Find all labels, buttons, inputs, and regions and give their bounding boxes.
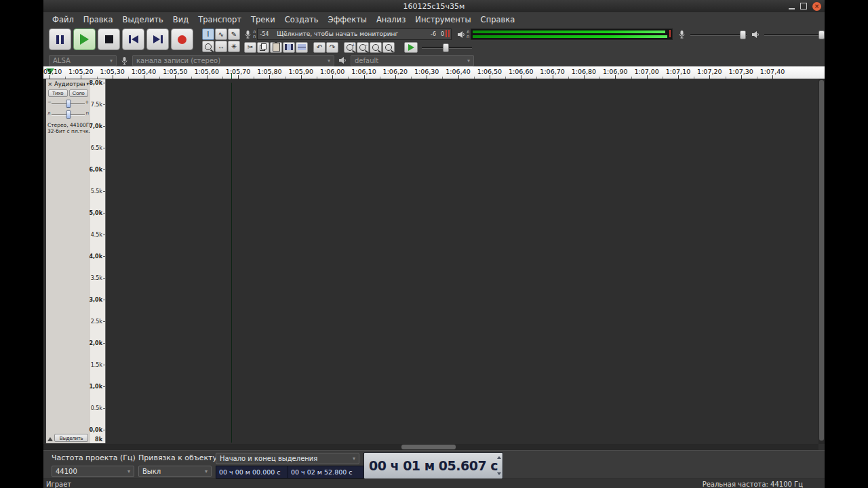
- pan-slider[interactable]: л п: [52, 110, 85, 119]
- mute-button[interactable]: Тихо: [48, 89, 68, 97]
- record-meter-scale-label: 0: [441, 31, 444, 37]
- gain-slider[interactable]: − +: [52, 99, 85, 108]
- cut-button[interactable]: ✂: [244, 42, 256, 53]
- record-clip-indicator: [446, 30, 447, 37]
- menu-item-4[interactable]: Вид: [168, 13, 193, 26]
- record-volume-icon: [678, 30, 686, 39]
- play-at-speed-button[interactable]: [404, 42, 418, 53]
- menu-item-9[interactable]: Анализ: [372, 13, 410, 26]
- zoom-tool-button[interactable]: [202, 41, 214, 52]
- slider-thumb[interactable]: [740, 30, 746, 39]
- copy-button[interactable]: [257, 42, 269, 53]
- play-at-speed-toolbar: [404, 41, 473, 53]
- snap-to-label: Привязка к объекту: [138, 453, 217, 462]
- record-button[interactable]: [171, 28, 193, 50]
- redo-button[interactable]: ↷: [326, 42, 338, 53]
- undo-button[interactable]: ↶: [313, 42, 326, 53]
- timeline-label: 1:05,10: [43, 68, 62, 75]
- silence-button[interactable]: [296, 42, 308, 53]
- menu-item-7[interactable]: Создать: [280, 13, 323, 26]
- collapse-track-button[interactable]: [47, 434, 53, 441]
- menu-item-6[interactable]: Треки: [246, 13, 280, 26]
- menu-item-2[interactable]: Правка: [79, 13, 118, 26]
- draw-tool-button[interactable]: ✎: [228, 28, 240, 40]
- horizontal-scrollbar-handle[interactable]: [401, 445, 456, 449]
- selection-start-field[interactable]: 00 ч 00 м 00.000 с: [216, 466, 296, 479]
- playback-device-select[interactable]: default▾: [351, 55, 474, 66]
- skip-to-end-button[interactable]: [146, 28, 169, 50]
- record-volume-slider[interactable]: [689, 28, 748, 40]
- zoom-fit-button[interactable]: [382, 42, 395, 53]
- timeline-label: 1:06,10: [351, 68, 376, 75]
- zoom-selection-button[interactable]: [370, 42, 382, 53]
- timeshift-tool-button[interactable]: ↔: [215, 41, 227, 52]
- frequency-ruler[interactable]: 8k 8,0k7.5k7,0k6.5k6,0k5.5k5,0k4.5k4,0k3…: [90, 79, 106, 443]
- selection-mode-select[interactable]: Начало и конец выделения▾: [216, 453, 359, 464]
- play-meter-channels: лп: [467, 30, 469, 39]
- timeline-label: 1:06,50: [477, 68, 502, 75]
- project-rate-value: 44100: [56, 468, 77, 475]
- zoom-toolbar: + −: [344, 42, 395, 53]
- maximize-button[interactable]: [800, 3, 807, 9]
- vertical-scrollbar-handle[interactable]: [819, 80, 824, 441]
- spectrogram-channel-1[interactable]: [105, 83, 309, 184]
- track-menu-caret-icon[interactable]: ▾: [86, 81, 89, 87]
- frequency-tick: [103, 386, 105, 387]
- track-close-button[interactable]: ×: [47, 81, 53, 87]
- spinner[interactable]: [496, 454, 502, 477]
- frequency-tick: [103, 235, 105, 235]
- play-button[interactable]: [73, 28, 96, 50]
- project-rate-select[interactable]: 44100▾: [52, 466, 134, 477]
- slider-thumb[interactable]: [443, 43, 449, 52]
- track-select-button[interactable]: Выделить: [54, 434, 88, 442]
- pan-left-label: л: [47, 110, 50, 116]
- frequency-label: 5,0k: [90, 210, 103, 216]
- track-control-panel[interactable]: × Аудиотрек ▾ Тихо Соло − + л п Стер: [46, 79, 91, 443]
- gain-minus-label: −: [47, 100, 52, 105]
- play-meter-level-left: [473, 30, 665, 33]
- trim-button[interactable]: [283, 42, 295, 53]
- audio-host-select[interactable]: ALSA▾: [49, 55, 117, 66]
- zoom-out-button[interactable]: −: [357, 42, 369, 53]
- horizontal-scrollbar[interactable]: [43, 444, 818, 450]
- slider-thumb[interactable]: [818, 30, 825, 39]
- menu-item-11[interactable]: Справка: [476, 13, 520, 26]
- solo-button[interactable]: Соло: [69, 89, 89, 97]
- menu-item-1[interactable]: Файл: [47, 13, 79, 26]
- timeline-ruler[interactable]: 1:05,101:05,201:05,301:05,401:05,501:05,…: [43, 66, 825, 79]
- stop-icon: [105, 35, 113, 43]
- playback-volume-slider[interactable]: [763, 28, 822, 40]
- record-meter-channels: лп: [253, 30, 256, 39]
- vertical-scrollbar[interactable]: [818, 79, 825, 444]
- device-toolbar: ALSA▾ канала записи (стерео)▾ default▾: [43, 54, 825, 67]
- pause-button[interactable]: [49, 28, 71, 50]
- play-speed-slider[interactable]: [420, 41, 473, 53]
- paste-button[interactable]: [270, 42, 282, 53]
- multi-tool-button[interactable]: ✳: [228, 41, 240, 52]
- stop-button[interactable]: [98, 28, 120, 50]
- slider-groove: [690, 34, 747, 36]
- menu-item-5[interactable]: Транспорт: [193, 13, 246, 26]
- minimize-button[interactable]: [789, 3, 795, 9]
- frequency-label: 2.5k: [91, 319, 102, 325]
- audio-position-display[interactable]: 00 ч 01 м 05.607 с: [363, 452, 503, 479]
- recording-channels-select[interactable]: канала записи (стерео)▾: [132, 55, 334, 66]
- zoom-in-button[interactable]: +: [344, 42, 356, 53]
- titlebar[interactable]: 160125с15ч35м ×: [43, 0, 825, 13]
- timeline-label: 1:06,60: [509, 68, 533, 75]
- playback-meter[interactable]: лп: [457, 28, 673, 40]
- close-button[interactable]: ×: [812, 2, 821, 11]
- skip-to-start-button[interactable]: [122, 28, 144, 50]
- envelope-tool-button[interactable]: ∿: [215, 28, 227, 40]
- menu-item-3[interactable]: Выделить: [118, 13, 168, 26]
- menu-item-10[interactable]: Инструменты: [410, 13, 475, 26]
- track-name[interactable]: Аудиотрек: [54, 81, 85, 87]
- snap-select[interactable]: Выкл▾: [138, 466, 212, 477]
- menu-item-8[interactable]: Эффекты: [323, 13, 372, 26]
- chevron-down-icon: ▾: [328, 58, 330, 64]
- selection-tool-button[interactable]: I: [202, 28, 214, 40]
- pan-thumb[interactable]: [66, 110, 71, 119]
- gain-thumb[interactable]: [66, 100, 71, 108]
- recording-meter[interactable]: лп -54 Щёлкните, чтобы начать мониторинг…: [244, 28, 452, 40]
- selection-end-field[interactable]: 00 ч 02 м 52.800 с: [288, 466, 370, 479]
